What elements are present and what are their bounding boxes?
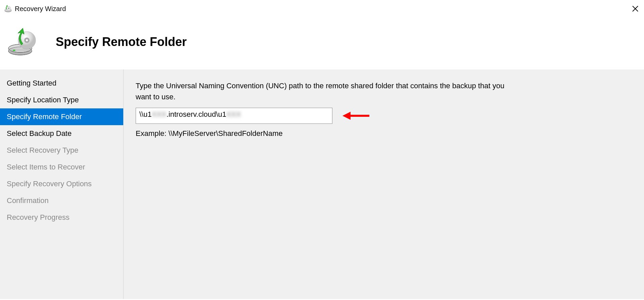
sidebar-step-recovery-progress: Recovery Progress: [0, 209, 123, 226]
close-icon: [632, 5, 639, 12]
svg-point-9: [13, 50, 15, 51]
unc-seg-1: \\u1: [139, 110, 152, 119]
sidebar-step-select-backup-date[interactable]: Select Backup Date: [0, 125, 123, 142]
sidebar-step-specify-location-type[interactable]: Specify Location Type: [0, 92, 123, 108]
sidebar-item-label: Getting Started: [7, 79, 56, 87]
sidebar-step-select-items-to-recover: Select Items to Recover: [0, 159, 123, 176]
wizard-sidebar: Getting Started Specify Location Type Sp…: [0, 69, 124, 299]
unc-seg-redacted-2: XXX: [226, 110, 241, 119]
svg-point-3: [8, 8, 9, 9]
header-area: Specify Remote Folder: [0, 17, 644, 69]
svg-point-13: [26, 39, 28, 41]
title-bar-left: Recovery Wizard: [4, 5, 66, 13]
sidebar-step-select-recovery-type: Select Recovery Type: [0, 142, 123, 159]
sidebar-step-specify-remote-folder[interactable]: Specify Remote Folder: [0, 108, 123, 125]
title-bar: Recovery Wizard: [0, 0, 644, 17]
example-text: Example: \\MyFileServer\SharedFolderName: [136, 129, 632, 138]
instruction-text: Type the Universal Naming Convention (UN…: [136, 80, 505, 102]
sidebar-item-label: Select Recovery Type: [7, 146, 79, 154]
recovery-wizard-icon: [4, 5, 12, 13]
sidebar-item-label: Recovery Progress: [7, 213, 70, 221]
sidebar-step-specify-recovery-options: Specify Recovery Options: [0, 176, 123, 192]
close-button[interactable]: [629, 3, 641, 15]
unc-path-input[interactable]: \\u1 XXX .introserv.cloud\u1 XXX: [136, 108, 332, 124]
main-panel: Type the Universal Naming Convention (UN…: [124, 69, 644, 299]
sidebar-step-confirmation: Confirmation: [0, 192, 123, 209]
page-title: Specify Remote Folder: [56, 35, 187, 49]
unc-seg-redacted-1: XXX: [152, 110, 167, 119]
sidebar-step-getting-started[interactable]: Getting Started: [0, 75, 123, 92]
sidebar-item-label: Specify Remote Folder: [7, 112, 82, 121]
unc-seg-2: .introserv.cloud\u1: [167, 110, 226, 119]
pointer-arrow-annotation: [342, 111, 369, 121]
sidebar-item-label: Select Backup Date: [7, 129, 72, 138]
sidebar-item-label: Confirmation: [7, 196, 49, 205]
sidebar-item-label: Select Items to Recover: [7, 163, 85, 171]
sidebar-item-label: Specify Location Type: [7, 96, 79, 104]
input-row: \\u1 XXX .introserv.cloud\u1 XXX: [136, 108, 632, 124]
sidebar-item-label: Specify Recovery Options: [7, 180, 92, 188]
window-title: Recovery Wizard: [15, 5, 66, 13]
content-area: Getting Started Specify Location Type Sp…: [0, 69, 644, 299]
recovery-large-icon: [7, 28, 39, 56]
unc-path-value: \\u1 XXX .introserv.cloud\u1 XXX: [139, 110, 329, 119]
